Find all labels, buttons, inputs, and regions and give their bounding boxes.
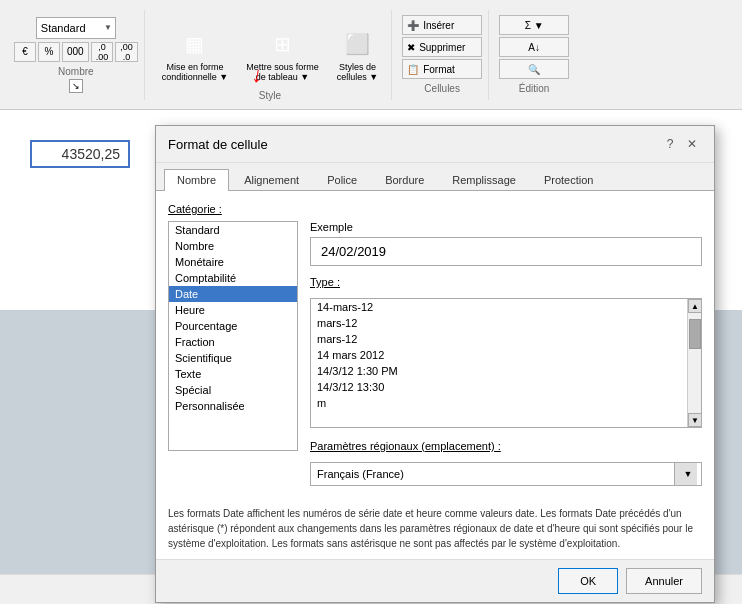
tab-bordure[interactable]: Bordure bbox=[372, 169, 437, 190]
regional-dropdown[interactable]: Français (France) bbox=[310, 462, 702, 486]
select-btn[interactable]: 🔍 bbox=[499, 59, 569, 79]
conditional-label: Mise en formeconditionnelle ▼ bbox=[162, 62, 228, 82]
example-section: Exemple 24/02/2019 bbox=[310, 221, 702, 266]
tab-protection[interactable]: Protection bbox=[531, 169, 607, 190]
category-list[interactable]: Standard Nombre Monétaire Comptabilité D… bbox=[168, 221, 298, 451]
edition-section-label: Édition bbox=[519, 83, 550, 94]
dialog-titlebar: Format de cellule ? ✕ bbox=[156, 126, 714, 163]
scrollbar-up[interactable]: ▲ bbox=[688, 299, 702, 313]
style-section: ▦ Mise en formeconditionnelle ▼ ⊞ Mettre… bbox=[149, 10, 392, 100]
thousands-btn[interactable]: 000 bbox=[62, 42, 89, 62]
type-14mars2012[interactable]: 14 mars 2012 bbox=[311, 347, 701, 363]
category-monetaire[interactable]: Monétaire bbox=[169, 254, 297, 270]
type-label: Type : bbox=[310, 276, 702, 288]
cell-value[interactable]: 43520,25 bbox=[30, 140, 130, 168]
type-datetime-pm[interactable]: 14/3/12 1:30 PM bbox=[311, 363, 701, 379]
tab-alignement[interactable]: Alignement bbox=[231, 169, 312, 190]
decimal-decrease-btn[interactable]: ,00.0 bbox=[115, 42, 138, 62]
number-format-value: Standard bbox=[41, 22, 86, 34]
format-dropdown-row: Standard bbox=[36, 17, 116, 39]
ok-button[interactable]: OK bbox=[558, 568, 618, 594]
category-heure[interactable]: Heure bbox=[169, 302, 297, 318]
example-label: Exemple bbox=[310, 221, 702, 233]
cells-section: ➕ Insérer ✖ Supprimer 📋 Format Cellules bbox=[396, 10, 489, 100]
category-label: Catégorie : bbox=[168, 203, 702, 215]
delete-btn[interactable]: ✖ Supprimer bbox=[402, 37, 482, 57]
styles-icon: ⬜ bbox=[341, 28, 373, 60]
styles-label: Styles decellules ▼ bbox=[337, 62, 378, 82]
description-text: Les formats Date affichent les numéros d… bbox=[156, 498, 714, 559]
type-14mars12[interactable]: 14-mars-12 bbox=[311, 299, 701, 315]
type-datetime-24h[interactable]: 14/3/12 13:30 bbox=[311, 379, 701, 395]
tab-police[interactable]: Police bbox=[314, 169, 370, 190]
decimal-increase-btn[interactable]: ,0.00 bbox=[91, 42, 114, 62]
type-list[interactable]: 14-mars-12 mars-12 mars-12 14 mars 2012 … bbox=[310, 298, 702, 428]
scrollbar-down[interactable]: ▼ bbox=[688, 413, 702, 427]
table-icon: ⊞ bbox=[266, 28, 298, 60]
filter-btn[interactable]: A↓ bbox=[499, 37, 569, 57]
dialog-close-btn[interactable]: ✕ bbox=[682, 134, 702, 154]
dialog-tabs: Nombre Alignement Police Bordure Remplis… bbox=[156, 163, 714, 191]
number-format-dropdown[interactable]: Standard bbox=[36, 17, 116, 39]
category-pourcentage[interactable]: Pourcentage bbox=[169, 318, 297, 334]
category-personnalisee[interactable]: Personnalisée bbox=[169, 398, 297, 414]
dialog-body: Catégorie : Standard Nombre Monétaire Co… bbox=[156, 191, 714, 498]
percent-btn[interactable]: % bbox=[38, 42, 60, 62]
style-section-label: Style bbox=[259, 90, 281, 101]
category-date[interactable]: Date bbox=[169, 286, 297, 302]
sort-btn[interactable]: Σ ▼ bbox=[499, 15, 569, 35]
edition-buttons: Σ ▼ A↓ 🔍 bbox=[499, 15, 569, 79]
conditional-format-btn[interactable]: ▦ Mise en formeconditionnelle ▼ bbox=[155, 19, 235, 91]
tab-nombre[interactable]: Nombre bbox=[164, 169, 229, 191]
number-section-label: Nombre bbox=[58, 66, 94, 77]
insert-btn[interactable]: ➕ Insérer bbox=[402, 15, 482, 35]
type-mars12-2[interactable]: mars-12 bbox=[311, 331, 701, 347]
category-texte[interactable]: Texte bbox=[169, 366, 297, 382]
regional-value: Français (France) bbox=[317, 468, 404, 480]
number-format-buttons: € % 000 ,0.00 ,00.0 bbox=[14, 42, 138, 62]
scrollbar-thumb[interactable] bbox=[689, 319, 701, 349]
cell-styles-btn[interactable]: ⬜ Styles decellules ▼ bbox=[330, 19, 385, 91]
dialog-content: Standard Nombre Monétaire Comptabilité D… bbox=[168, 221, 702, 486]
example-value: 24/02/2019 bbox=[321, 244, 386, 259]
dialog-footer: OK Annuler bbox=[156, 559, 714, 602]
type-list-scrollbar[interactable]: ▲ ▼ bbox=[687, 299, 701, 427]
number-section: Standard € % 000 ,0.00 ,00.0 Nombre ↘ bbox=[8, 10, 145, 100]
cells-section-label: Cellules bbox=[424, 83, 460, 94]
example-box: 24/02/2019 bbox=[310, 237, 702, 266]
category-nombre[interactable]: Nombre bbox=[169, 238, 297, 254]
number-expand-btn[interactable]: ↘ bbox=[69, 79, 83, 93]
cancel-button[interactable]: Annuler bbox=[626, 568, 702, 594]
cells-buttons: ➕ Insérer ✖ Supprimer 📋 Format bbox=[402, 15, 482, 79]
edition-section: Σ ▼ A↓ 🔍 Édition bbox=[493, 10, 575, 100]
category-fraction[interactable]: Fraction bbox=[169, 334, 297, 350]
dialog-controls: ? ✕ bbox=[660, 134, 702, 154]
dialog-title: Format de cellule bbox=[168, 137, 268, 152]
type-m[interactable]: m bbox=[311, 395, 701, 411]
category-standard[interactable]: Standard bbox=[169, 222, 297, 238]
right-panel: Exemple 24/02/2019 Type : 14-mars-12 mar… bbox=[310, 221, 702, 486]
format-btn[interactable]: 📋 Format bbox=[402, 59, 482, 79]
format-cell-dialog: Format de cellule ? ✕ Nombre Alignement … bbox=[155, 125, 715, 603]
currency-btn[interactable]: € bbox=[14, 42, 36, 62]
tab-remplissage[interactable]: Remplissage bbox=[439, 169, 529, 190]
type-mars12-1[interactable]: mars-12 bbox=[311, 315, 701, 331]
category-scientifique[interactable]: Scientifique bbox=[169, 350, 297, 366]
conditional-icon: ▦ bbox=[179, 28, 211, 60]
dialog-help-btn[interactable]: ? bbox=[660, 134, 680, 154]
regional-label: Paramètres régionaux (emplacement) : bbox=[310, 440, 702, 452]
ribbon: Standard € % 000 ,0.00 ,00.0 Nombre ↘ ▦ … bbox=[0, 0, 742, 110]
category-comptabilite[interactable]: Comptabilité bbox=[169, 270, 297, 286]
category-special[interactable]: Spécial bbox=[169, 382, 297, 398]
